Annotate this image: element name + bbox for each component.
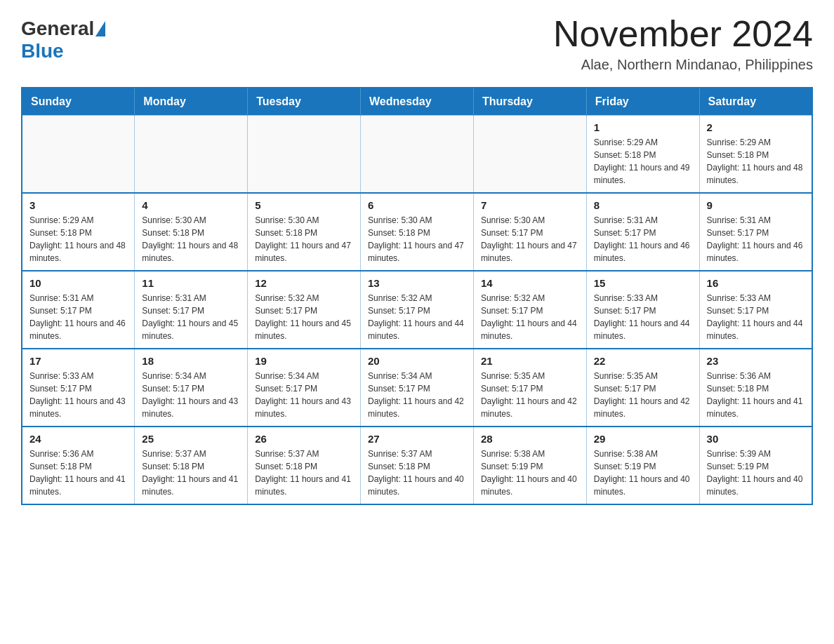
day-number: 4 [142,199,240,211]
calendar-cell: 29Sunrise: 5:38 AMSunset: 5:19 PMDayligh… [586,427,699,504]
calendar-cell [135,116,248,194]
day-number: 26 [255,433,353,445]
day-info: Sunrise: 5:30 AMSunset: 5:18 PMDaylight:… [368,214,466,264]
day-number: 12 [255,277,353,289]
weekday-header-tuesday: Tuesday [248,88,361,116]
day-info: Sunrise: 5:33 AMSunset: 5:17 PMDaylight:… [29,370,127,420]
calendar-cell: 15Sunrise: 5:33 AMSunset: 5:17 PMDayligh… [586,271,699,349]
day-info: Sunrise: 5:35 AMSunset: 5:17 PMDaylight:… [481,370,579,420]
day-number: 6 [368,199,466,211]
day-number: 18 [142,355,240,367]
calendar-cell [473,116,586,194]
weekday-header-row: SundayMondayTuesdayWednesdayThursdayFrid… [22,88,812,116]
day-number: 29 [594,433,692,445]
day-info: Sunrise: 5:30 AMSunset: 5:18 PMDaylight:… [142,214,240,264]
calendar-cell [248,116,361,194]
day-info: Sunrise: 5:39 AMSunset: 5:19 PMDaylight:… [707,448,805,498]
calendar-cell: 23Sunrise: 5:36 AMSunset: 5:18 PMDayligh… [699,349,812,427]
day-info: Sunrise: 5:29 AMSunset: 5:18 PMDaylight:… [707,136,805,187]
logo-blue-text: Blue [21,40,64,62]
day-number: 19 [255,355,353,367]
page-header: General Blue November 2024 Alae, Norther… [21,14,813,73]
day-number: 28 [481,433,579,445]
day-info: Sunrise: 5:38 AMSunset: 5:19 PMDaylight:… [594,448,692,498]
day-info: Sunrise: 5:37 AMSunset: 5:18 PMDaylight:… [142,448,240,498]
day-info: Sunrise: 5:30 AMSunset: 5:18 PMDaylight:… [255,214,353,264]
day-number: 10 [29,277,127,289]
day-info: Sunrise: 5:33 AMSunset: 5:17 PMDaylight:… [707,292,805,342]
calendar-cell [361,116,474,194]
day-number: 9 [707,199,805,211]
logo: General Blue [21,18,107,62]
calendar-week-row: 24Sunrise: 5:36 AMSunset: 5:18 PMDayligh… [22,427,812,504]
title-section: November 2024 Alae, Northern Mindanao, P… [553,14,813,73]
day-number: 13 [368,277,466,289]
day-number: 14 [481,277,579,289]
calendar-cell: 6Sunrise: 5:30 AMSunset: 5:18 PMDaylight… [361,193,474,271]
calendar-cell: 25Sunrise: 5:37 AMSunset: 5:18 PMDayligh… [135,427,248,504]
calendar-cell: 21Sunrise: 5:35 AMSunset: 5:17 PMDayligh… [473,349,586,427]
weekday-header-monday: Monday [135,88,248,116]
weekday-header-sunday: Sunday [22,88,135,116]
calendar-cell: 27Sunrise: 5:37 AMSunset: 5:18 PMDayligh… [361,427,474,504]
day-info: Sunrise: 5:29 AMSunset: 5:18 PMDaylight:… [29,214,127,264]
calendar-week-row: 10Sunrise: 5:31 AMSunset: 5:17 PMDayligh… [22,271,812,349]
day-info: Sunrise: 5:31 AMSunset: 5:17 PMDaylight:… [29,292,127,342]
calendar-week-row: 3Sunrise: 5:29 AMSunset: 5:18 PMDaylight… [22,193,812,271]
location-subtitle: Alae, Northern Mindanao, Philippines [553,57,813,73]
day-info: Sunrise: 5:32 AMSunset: 5:17 PMDaylight:… [481,292,579,342]
day-info: Sunrise: 5:37 AMSunset: 5:18 PMDaylight:… [255,448,353,498]
day-number: 25 [142,433,240,445]
day-number: 5 [255,199,353,211]
day-number: 3 [29,199,127,211]
day-number: 2 [707,121,805,133]
calendar-cell: 22Sunrise: 5:35 AMSunset: 5:17 PMDayligh… [586,349,699,427]
day-number: 23 [707,355,805,367]
calendar-cell: 17Sunrise: 5:33 AMSunset: 5:17 PMDayligh… [22,349,135,427]
day-number: 8 [594,199,692,211]
calendar-cell: 20Sunrise: 5:34 AMSunset: 5:17 PMDayligh… [361,349,474,427]
calendar-cell: 28Sunrise: 5:38 AMSunset: 5:19 PMDayligh… [473,427,586,504]
calendar-cell: 8Sunrise: 5:31 AMSunset: 5:17 PMDaylight… [586,193,699,271]
day-info: Sunrise: 5:29 AMSunset: 5:18 PMDaylight:… [594,136,692,187]
day-info: Sunrise: 5:31 AMSunset: 5:17 PMDaylight:… [594,214,692,264]
calendar-cell: 3Sunrise: 5:29 AMSunset: 5:18 PMDaylight… [22,193,135,271]
day-info: Sunrise: 5:35 AMSunset: 5:17 PMDaylight:… [594,370,692,420]
calendar-cell: 2Sunrise: 5:29 AMSunset: 5:18 PMDaylight… [699,116,812,194]
day-number: 21 [481,355,579,367]
calendar-cell: 1Sunrise: 5:29 AMSunset: 5:18 PMDaylight… [586,116,699,194]
calendar-week-row: 17Sunrise: 5:33 AMSunset: 5:17 PMDayligh… [22,349,812,427]
day-number: 22 [594,355,692,367]
day-number: 27 [368,433,466,445]
day-info: Sunrise: 5:30 AMSunset: 5:17 PMDaylight:… [481,214,579,264]
day-info: Sunrise: 5:36 AMSunset: 5:18 PMDaylight:… [29,448,127,498]
day-number: 17 [29,355,127,367]
day-number: 16 [707,277,805,289]
calendar-cell: 9Sunrise: 5:31 AMSunset: 5:17 PMDaylight… [699,193,812,271]
day-number: 24 [29,433,127,445]
day-info: Sunrise: 5:37 AMSunset: 5:18 PMDaylight:… [368,448,466,498]
calendar-cell: 30Sunrise: 5:39 AMSunset: 5:19 PMDayligh… [699,427,812,504]
day-info: Sunrise: 5:34 AMSunset: 5:17 PMDaylight:… [142,370,240,420]
day-number: 1 [594,121,692,133]
day-number: 15 [594,277,692,289]
calendar-cell: 18Sunrise: 5:34 AMSunset: 5:17 PMDayligh… [135,349,248,427]
calendar-cell: 7Sunrise: 5:30 AMSunset: 5:17 PMDaylight… [473,193,586,271]
weekday-header-saturday: Saturday [699,88,812,116]
weekday-header-friday: Friday [586,88,699,116]
day-info: Sunrise: 5:31 AMSunset: 5:17 PMDaylight:… [142,292,240,342]
calendar-cell [22,116,135,194]
day-info: Sunrise: 5:32 AMSunset: 5:17 PMDaylight:… [368,292,466,342]
calendar-cell: 26Sunrise: 5:37 AMSunset: 5:18 PMDayligh… [248,427,361,504]
weekday-header-thursday: Thursday [473,88,586,116]
calendar-cell: 19Sunrise: 5:34 AMSunset: 5:17 PMDayligh… [248,349,361,427]
day-info: Sunrise: 5:34 AMSunset: 5:17 PMDaylight:… [368,370,466,420]
calendar-cell: 16Sunrise: 5:33 AMSunset: 5:17 PMDayligh… [699,271,812,349]
calendar-cell: 10Sunrise: 5:31 AMSunset: 5:17 PMDayligh… [22,271,135,349]
calendar-cell: 24Sunrise: 5:36 AMSunset: 5:18 PMDayligh… [22,427,135,504]
day-info: Sunrise: 5:36 AMSunset: 5:18 PMDaylight:… [707,370,805,420]
calendar-cell: 11Sunrise: 5:31 AMSunset: 5:17 PMDayligh… [135,271,248,349]
day-info: Sunrise: 5:33 AMSunset: 5:17 PMDaylight:… [594,292,692,342]
weekday-header-wednesday: Wednesday [361,88,474,116]
calendar-cell: 12Sunrise: 5:32 AMSunset: 5:17 PMDayligh… [248,271,361,349]
